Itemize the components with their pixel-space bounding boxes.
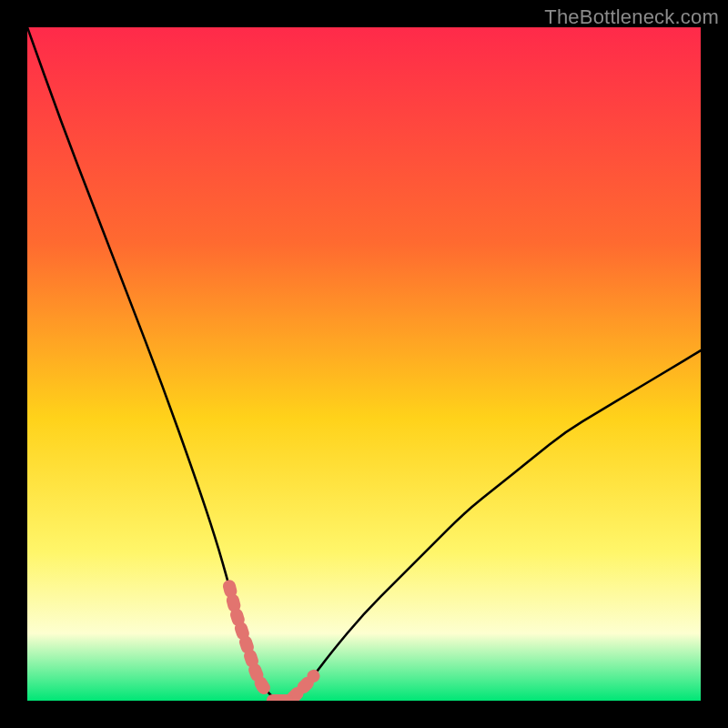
curve-floor-bar [267,694,294,701]
chart-frame: TheBottleneck.com [0,0,728,728]
watermark-text: TheBottleneck.com [544,5,719,29]
bottleneck-chart [27,27,701,701]
gradient-background [27,27,701,701]
plot-area [27,27,701,701]
